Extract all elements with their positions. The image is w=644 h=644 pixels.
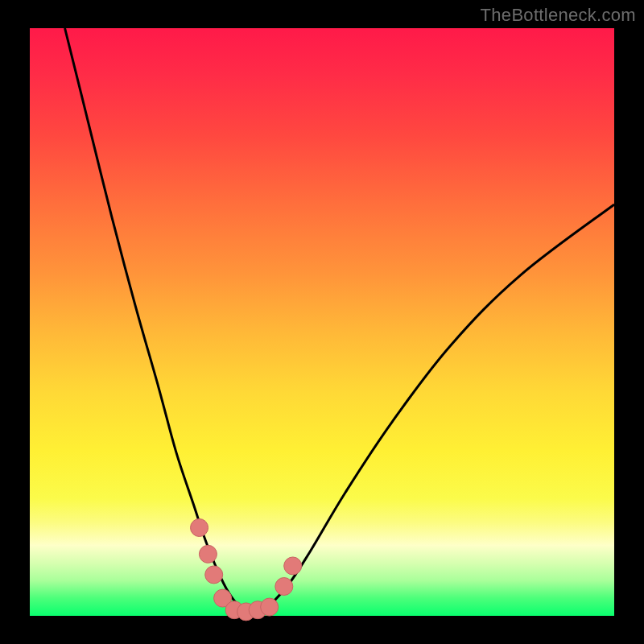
data-marker bbox=[261, 598, 279, 616]
watermark-text: TheBottleneck.com bbox=[481, 5, 636, 26]
data-marker bbox=[275, 578, 293, 596]
data-marker bbox=[205, 566, 223, 584]
data-marker bbox=[199, 545, 217, 563]
chart-frame: TheBottleneck.com bbox=[0, 0, 644, 644]
bottleneck-curve bbox=[65, 28, 614, 613]
data-marker bbox=[191, 519, 208, 537]
curve-path-group bbox=[65, 28, 614, 613]
marker-group bbox=[191, 519, 302, 621]
data-marker bbox=[284, 557, 302, 575]
curve-svg bbox=[30, 28, 614, 616]
plot-area bbox=[30, 28, 614, 616]
